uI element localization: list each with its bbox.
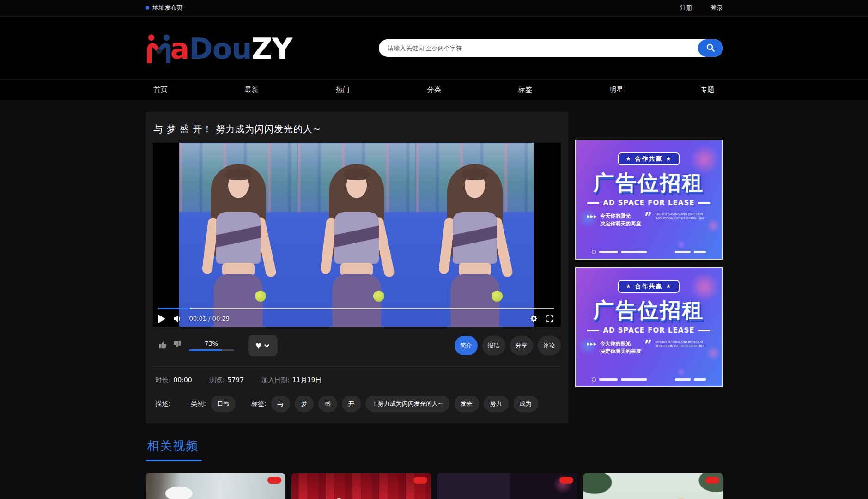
seek-bar[interactable] bbox=[158, 308, 554, 309]
tag-pill[interactable]: 发光 bbox=[454, 396, 479, 412]
nav-item-tags[interactable]: 标签 bbox=[518, 85, 532, 94]
video-player[interactable]: 00:01 / 00:29 bbox=[153, 143, 561, 327]
phone-icon bbox=[592, 377, 596, 382]
ad-contact-strip bbox=[592, 250, 706, 254]
announce-bar: 地址发布页 注册 登录 bbox=[0, 0, 868, 17]
views-label: 浏览: bbox=[210, 376, 225, 383]
ad-slogan-line1: 今天你的眼光 bbox=[600, 213, 631, 219]
time-display: 00:01 / 00:29 bbox=[189, 315, 230, 322]
tab-share[interactable]: 分享 bbox=[510, 336, 533, 355]
settings-gear-icon[interactable] bbox=[529, 314, 538, 323]
date-added-value: 11月19日 bbox=[292, 376, 322, 383]
ad-subtitle: AD SPACE FOR LEASE bbox=[603, 199, 694, 207]
like-percent-label: 73% bbox=[189, 340, 234, 347]
chevron-down-icon bbox=[264, 342, 270, 349]
nav-item-stars[interactable]: 明星 bbox=[609, 85, 623, 94]
tag-pill[interactable]: ！努力成为闪闪发光的人~ bbox=[365, 396, 449, 412]
tag-pill[interactable]: 盛 bbox=[318, 396, 337, 412]
site-logo[interactable]: a Dou ZY bbox=[146, 33, 292, 63]
arrows-icon: ▶▶▶ bbox=[587, 213, 597, 219]
related-video-thumbnail[interactable] bbox=[291, 473, 431, 499]
main-content: 与 梦 盛 开！ 努力成为闪闪发光的人~ bbox=[146, 100, 723, 423]
duration-badge bbox=[413, 477, 427, 484]
play-button[interactable] bbox=[158, 315, 165, 323]
main-nav: 首页 最新 热门 分类 标签 明星 专题 bbox=[0, 79, 868, 100]
heart-icon: ♥ bbox=[255, 341, 261, 351]
related-video-thumbnail[interactable] bbox=[146, 473, 285, 499]
player-progress-played bbox=[158, 308, 190, 309]
ad-banner[interactable]: ★ 合作共赢 ★ 广告位招租 AD SPACE FOR LEASE ▶▶▶ 今天… bbox=[575, 267, 723, 387]
ad-subtitle: AD SPACE FOR LEASE bbox=[603, 326, 694, 335]
search-button[interactable] bbox=[698, 39, 723, 57]
search-icon bbox=[706, 43, 715, 54]
tag-pill[interactable]: 开 bbox=[342, 396, 361, 412]
related-video-thumbnail[interactable] bbox=[437, 473, 577, 499]
nav-item-home[interactable]: 首页 bbox=[154, 85, 168, 94]
ad-contact-strip bbox=[592, 377, 706, 382]
register-link[interactable]: 注册 bbox=[680, 4, 692, 12]
ad-slogan-line2: 决定你明天的高度 bbox=[600, 221, 641, 227]
video-tags-row: 描述: 类别: 日韩 标签: 与 梦 盛 开 ！努力成为闪闪发光的人~ 发光 努… bbox=[156, 396, 561, 412]
nav-item-categories[interactable]: 分类 bbox=[427, 85, 441, 94]
ad-title: 广告位招租 bbox=[594, 297, 704, 324]
tag-pill[interactable]: 梦 bbox=[295, 396, 314, 412]
duration-value: 00:00 bbox=[173, 376, 192, 383]
date-added-label: 加入日期: bbox=[261, 376, 290, 383]
thumbs-up-icon[interactable] bbox=[158, 340, 169, 352]
ad-slogan-line1: 今天你的眼光 bbox=[600, 341, 631, 347]
thumbs-down-icon[interactable] bbox=[171, 340, 182, 352]
video-frame-strip bbox=[179, 143, 534, 327]
like-ratio-bar bbox=[189, 349, 234, 351]
ad-badge: ★ 合作共赢 ★ bbox=[618, 152, 679, 165]
nav-item-latest[interactable]: 最新 bbox=[245, 85, 259, 94]
search-input[interactable] bbox=[379, 39, 723, 57]
ad-badge: ★ 合作共赢 ★ bbox=[618, 280, 679, 293]
ad-slogan-line2: 决定你明天的高度 bbox=[600, 348, 641, 354]
nav-item-topics[interactable]: 专题 bbox=[700, 85, 714, 94]
quote-icon: ” bbox=[644, 213, 652, 222]
description-label: 描述: bbox=[156, 400, 171, 408]
logo-text-dou: Dou bbox=[189, 35, 251, 63]
related-video-thumbnail[interactable] bbox=[583, 473, 723, 499]
video-frame bbox=[179, 143, 297, 327]
logo-text-zy: ZY bbox=[252, 35, 292, 63]
video-actions-row: 73% ♥ 简介 报错 分享 评论 bbox=[153, 335, 561, 356]
tag-pill[interactable]: 与 bbox=[271, 396, 290, 412]
tab-intro[interactable]: 简介 bbox=[455, 336, 478, 355]
blue-dot-icon bbox=[146, 6, 149, 10]
category-label: 类别: bbox=[191, 400, 206, 408]
ad-small-text: ENERGY SAVING AND EMISSION REDUCTION OF … bbox=[655, 340, 710, 348]
tab-report[interactable]: 报错 bbox=[482, 336, 505, 355]
arrows-icon: ▶▶▶ bbox=[587, 340, 597, 346]
video-title: 与 梦 盛 开！ 努力成为闪闪发光的人~ bbox=[154, 123, 561, 135]
ad-title: 广告位招租 bbox=[594, 169, 704, 197]
tags-label: 标签: bbox=[251, 400, 267, 408]
video-meta-row: 时长:00:00 浏览:5797 加入日期:11月19日 bbox=[156, 376, 561, 384]
quote-icon: ” bbox=[644, 340, 652, 350]
video-frame bbox=[297, 143, 416, 327]
video-frame bbox=[416, 143, 534, 327]
player-controls: 00:01 / 00:29 bbox=[158, 308, 554, 323]
duration-badge bbox=[705, 477, 719, 484]
address-page-link[interactable]: 地址发布页 bbox=[146, 4, 183, 12]
nav-item-hot[interactable]: 热门 bbox=[336, 85, 350, 94]
tag-pill[interactable]: 成为 bbox=[513, 396, 538, 412]
tab-comments[interactable]: 评论 bbox=[538, 336, 561, 355]
favorite-button[interactable]: ♥ bbox=[248, 335, 278, 356]
video-detail-card: 与 梦 盛 开！ 努力成为闪闪发光的人~ bbox=[146, 112, 568, 423]
category-pill[interactable]: 日韩 bbox=[211, 396, 236, 412]
sidebar: ★ 合作共赢 ★ 广告位招租 AD SPACE FOR LEASE ▶▶▶ 今天… bbox=[575, 112, 723, 395]
duration-label: 时长: bbox=[156, 376, 171, 383]
ad-banner[interactable]: ★ 合作共赢 ★ 广告位招租 AD SPACE FOR LEASE ▶▶▶ 今天… bbox=[575, 140, 723, 260]
related-videos-section: 相关视频 bbox=[146, 438, 723, 499]
site-header: a Dou ZY bbox=[0, 17, 868, 79]
card-divider bbox=[153, 366, 561, 367]
related-videos-heading: 相关视频 bbox=[146, 438, 202, 461]
tag-pill[interactable]: 努力 bbox=[484, 396, 509, 412]
fullscreen-icon[interactable] bbox=[546, 314, 554, 323]
ad-small-text: ENERGY SAVING AND EMISSION REDUCTION OF … bbox=[655, 213, 710, 221]
volume-icon[interactable] bbox=[173, 315, 182, 323]
like-ratio: 73% bbox=[189, 340, 234, 351]
login-link[interactable]: 登录 bbox=[711, 4, 723, 12]
logo-text-a: a bbox=[170, 35, 189, 63]
